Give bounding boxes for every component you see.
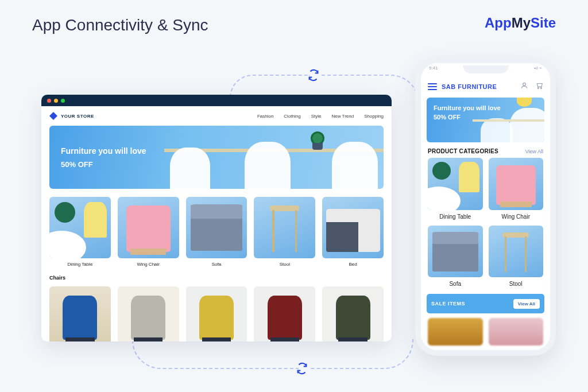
account-icon[interactable] [520,81,528,92]
category-label: Bed [322,262,384,267]
phone-frame: 9:41 •ıl ⌁ SAB FURNITURE Furniture you w… [415,57,556,356]
app-title: SAB FURNITURE [442,83,497,90]
category-card[interactable]: Sofa [428,226,483,288]
nav-link[interactable]: Fashion [257,114,273,119]
svg-point-1 [537,88,539,89]
product-card[interactable] [254,286,315,341]
hero-chair-shape [510,108,544,142]
nav-link[interactable]: Shopping [364,114,384,119]
category-grid: Dining Table Wing Chair Sofa Stool [421,158,550,287]
sync-arc [132,337,299,369]
nav-link[interactable]: Style [311,114,322,119]
chairs-row [41,281,392,341]
maximize-icon[interactable] [61,99,65,103]
sale-items-preview [421,313,550,346]
brand-part-1: App [485,15,512,30]
view-all-button[interactable]: View All [513,299,540,309]
category-card[interactable]: Wing Chair [118,197,179,267]
sync-arc [230,75,310,98]
status-time: 9:41 [429,65,438,73]
product-card[interactable] [186,286,247,341]
close-icon[interactable] [47,99,51,103]
category-label: Sofa [428,281,483,287]
hero-banner[interactable]: Furniture you will love 50% OFF [49,126,384,189]
category-label: Wing Chair [489,214,544,220]
site-header: YOUR STORE Fashion Clothing Style New Tr… [41,106,392,126]
phone-notch [463,65,509,73]
category-card[interactable]: Bed [322,197,384,267]
hero-table-shape [473,119,544,122]
view-all-link[interactable]: View All [525,149,543,154]
hero-chair-shape [245,142,291,189]
product-card[interactable] [118,286,179,341]
category-card[interactable]: Stool [489,226,544,288]
section-heading: PRODUCT CATEGORIES [428,148,498,154]
nav-link[interactable]: New Trend [332,114,354,119]
category-card[interactable]: Dining Table [428,158,483,220]
category-label: Wing Chair [118,262,179,267]
category-row: Dining Table Wing Chair Sofa Stool Bed [41,189,392,275]
store-logo[interactable]: YOUR STORE [49,112,94,120]
hero-banner[interactable]: Furniture you will love 50% OFF [427,98,544,142]
store-name: YOUR STORE [61,114,94,119]
sync-arc [310,337,413,369]
brand-part-3: Site [531,15,556,30]
brand-logo: AppMySite [485,15,556,31]
category-card[interactable]: Sofa [186,197,247,267]
category-card[interactable]: Stool [254,197,315,267]
hero-chair-shape [481,118,513,142]
product-card[interactable] [489,318,544,346]
category-label: Stool [489,281,544,287]
product-card[interactable] [322,286,384,341]
page-title: App Connectivity & Sync [32,16,208,34]
main-nav: Fashion Clothing Style New Trend Shoppin… [257,114,384,119]
desktop-window: YOUR STORE Fashion Clothing Style New Tr… [41,95,392,341]
hero-pot-shape [312,143,323,150]
section-header-row: PRODUCT CATEGORIES View All [421,142,550,158]
category-label: Dining Table [49,262,111,267]
sale-title: SALE ITEMS [431,301,465,306]
sync-icon [296,362,308,375]
category-label: Dining Table [428,214,483,220]
sale-banner: SALE ITEMS View All [427,294,544,313]
category-card[interactable]: Dining Table [49,197,111,267]
hero-chair-shape [332,142,378,189]
brand-part-2: My [512,15,531,30]
svg-point-2 [541,88,542,89]
app-header: SAB FURNITURE [421,77,550,98]
minimize-icon[interactable] [54,99,58,103]
category-label: Sofa [186,262,247,267]
category-label: Stool [254,262,315,267]
category-card[interactable]: Wing Chair [489,158,544,220]
nav-link[interactable]: Clothing [284,114,300,119]
menu-icon[interactable] [428,83,437,90]
status-icons: •ıl ⌁ [534,65,542,73]
product-card[interactable] [49,286,111,341]
product-card[interactable] [428,318,483,346]
sync-icon [307,69,320,81]
svg-point-0 [523,83,526,86]
section-heading: Chairs [41,275,392,281]
hero-chair-shape [170,148,210,189]
window-titlebar [41,95,392,106]
cart-icon[interactable] [535,81,543,92]
store-logo-icon [49,112,57,120]
